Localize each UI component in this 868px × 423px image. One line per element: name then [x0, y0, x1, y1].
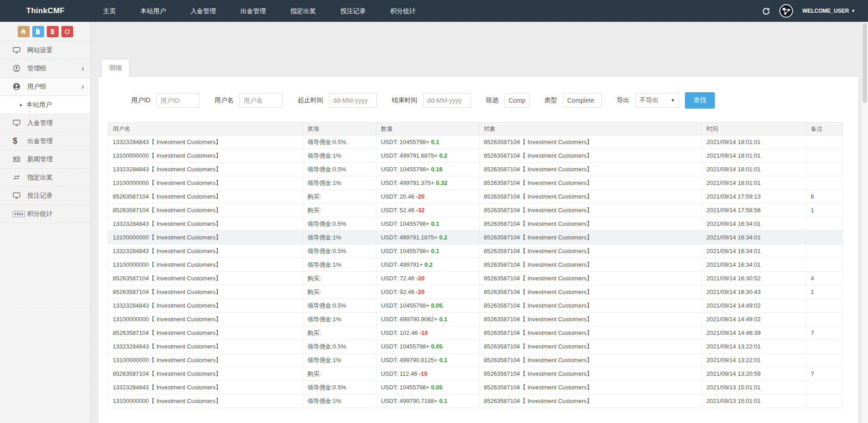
table-row: 85263587104【 Investment Customers】购买:USD…	[108, 285, 843, 299]
sidebar-item-withdraw[interactable]: $ 出金管理	[0, 132, 90, 150]
sidebar-item-assign-prize[interactable]: 指定出奖	[0, 169, 90, 187]
nav-item-home[interactable]: 主页	[91, 0, 128, 22]
note-cell	[806, 231, 843, 244]
table-row: 13323284843【 Investment Customers】领导佣金:0…	[108, 244, 843, 258]
refresh-icon[interactable]	[762, 7, 770, 15]
end-time-label: 结束时间	[392, 96, 417, 105]
target-cell: 85263587104【 Investment Customers】	[479, 299, 702, 313]
time-cell: 2021/09/14 18:01:01	[702, 135, 806, 149]
table-row: 13323284843【 Investment Customers】领导佣金:0…	[108, 163, 843, 176]
table-row: 85263587104【 Investment Customers】购买:USD…	[108, 326, 843, 340]
amount-cell: USDT: 20.46 -20	[376, 190, 479, 204]
brand-logo[interactable]: ThinkCMF	[0, 0, 91, 22]
amount-cell: USDT: 10455798+ 0.05	[376, 299, 479, 313]
target-cell: 85263587104【 Investment Customers】	[479, 285, 702, 299]
sidebar-item-news[interactable]: 新闻管理	[0, 150, 90, 169]
user-id-input[interactable]	[156, 93, 200, 108]
nav-item-deposit[interactable]: 入金管理	[178, 0, 228, 22]
welcome-user-dropdown[interactable]: WELCOME_USER ▼	[802, 8, 855, 14]
search-button[interactable]: 查找	[685, 92, 715, 109]
prize-cell: 领导佣金:1%	[303, 149, 376, 163]
time-cell: 2021/09/14 16:34:01	[702, 217, 806, 231]
note-cell	[806, 340, 843, 353]
prize-cell: 领导佣金:1%	[303, 176, 376, 190]
time-cell: 2021/09/14 17:59:13	[702, 190, 806, 204]
table-row: 13100000000【 Investment Customers】领导佣金:1…	[108, 394, 843, 408]
sidebar-item-bet-records[interactable]: 投注记录	[0, 187, 90, 205]
clear-cache-button[interactable]	[47, 26, 59, 37]
sidebar-item-deposit[interactable]: 入金管理	[0, 114, 90, 132]
user-cell: 85263587104【 Investment Customers】	[108, 190, 303, 204]
home-icon	[20, 29, 26, 35]
sidebar-item-label: 网站设置	[27, 46, 53, 55]
amount-cell: USDT: 102.46 -10	[376, 326, 479, 340]
sidebar-item-site-settings[interactable]: 网站设置	[0, 41, 90, 60]
user-group-icon	[13, 83, 23, 90]
note-cell	[806, 135, 843, 149]
user-cell: 13323284843【 Investment Customers】	[108, 381, 303, 394]
filter-type: 类型	[544, 93, 602, 108]
table-row: 13323284843【 Investment Customers】领导佣金:0…	[108, 217, 843, 231]
recycle-button[interactable]	[61, 26, 73, 37]
sidebar-item-label: 新闻管理	[27, 155, 53, 164]
sieve-input[interactable]	[504, 93, 529, 108]
target-cell: 85263587104【 Investment Customers】	[479, 394, 702, 408]
filter-username: 用户名	[215, 93, 283, 108]
nav-item-assign-prize[interactable]: 指定出奖	[278, 0, 328, 22]
time-cell: 2021/09/14 13:22:01	[702, 340, 806, 353]
monitor-icon	[13, 46, 23, 54]
amount-cell: USDT: 10455798+ 0.1	[376, 244, 479, 258]
target-cell: 85263587104【 Investment Customers】	[479, 204, 702, 217]
table-row: 13323284843【 Investment Customers】领导佣金:0…	[108, 135, 843, 149]
start-time-input[interactable]	[329, 93, 377, 108]
sidebar-item-label: 入金管理	[27, 119, 53, 127]
time-cell: 2021/09/14 18:01:01	[702, 176, 806, 190]
user-cell: 13323284843【 Investment Customers】	[108, 244, 303, 258]
sidebar-item-admin-group[interactable]: 管理组 ›	[0, 60, 90, 78]
time-cell: 2021/09/13 15:01:01	[702, 394, 806, 408]
amount-cell: USDT: 112.46 -10	[376, 367, 479, 381]
nav-item-site-users[interactable]: 本站用户	[128, 0, 178, 22]
prize-cell: 领导佣金:0.5%	[303, 299, 376, 313]
new-file-button[interactable]	[32, 26, 44, 37]
type-input[interactable]	[563, 93, 602, 108]
user-cell: 13100000000【 Investment Customers】	[108, 353, 303, 367]
export-select[interactable]: 不导出 ▼	[635, 93, 679, 108]
note-cell: 6	[806, 190, 843, 204]
amount-cell: USDT: 499791.6875+ 0.2	[376, 149, 479, 163]
tab-details[interactable]: 明细	[101, 59, 130, 77]
table-row: 85263587104【 Investment Customers】购买:USD…	[108, 367, 843, 381]
prize-cell: 购买:	[303, 190, 376, 204]
prize-cell: 购买:	[303, 285, 376, 299]
end-time-input[interactable]	[423, 93, 471, 108]
nav-item-points-stats[interactable]: 积分统计	[378, 0, 428, 22]
scrollbar-thumb[interactable]	[863, 23, 867, 103]
amount-cell: USDT: 10455798+ 0.1	[376, 217, 479, 231]
target-cell: 85263587104【 Investment Customers】	[479, 149, 702, 163]
user-cell: 85263587104【 Investment Customers】	[108, 367, 303, 381]
note-cell: 1	[806, 204, 843, 217]
welcome-user-label: WELCOME_USER	[802, 8, 849, 14]
nav-item-bet-records[interactable]: 投注记录	[328, 0, 378, 22]
sidebar-item-points-stats[interactable]: VISA 积分统计	[0, 205, 90, 223]
news-icon	[13, 155, 23, 163]
exchange-icon	[13, 174, 23, 181]
home-button[interactable]	[18, 26, 30, 37]
prize-cell: 领导佣金:1%	[303, 313, 376, 326]
note-cell	[806, 394, 843, 408]
username-input[interactable]	[239, 93, 283, 108]
admin-group-icon	[13, 65, 23, 72]
nav-item-withdraw[interactable]: 出金管理	[228, 0, 278, 22]
note-cell	[806, 244, 843, 258]
file-icon	[35, 29, 41, 35]
sidebar-item-user-group[interactable]: 用户组 ›	[0, 78, 90, 96]
records-table-header: 用户名 奖项 数量 对象 时间 备注	[108, 123, 843, 135]
user-avatar[interactable]	[779, 4, 793, 18]
sidebar-item-site-users[interactable]: ▸ 本站用户	[0, 96, 90, 114]
user-cell: 13100000000【 Investment Customers】	[108, 231, 303, 244]
table-row: 13323284843【 Investment Customers】领导佣金:0…	[108, 340, 843, 353]
prize-cell: 领导佣金:1%	[303, 258, 376, 272]
user-id-label: 用户ID	[131, 96, 150, 105]
column-header-user: 用户名	[108, 123, 303, 135]
column-header-target: 对象	[479, 123, 702, 135]
